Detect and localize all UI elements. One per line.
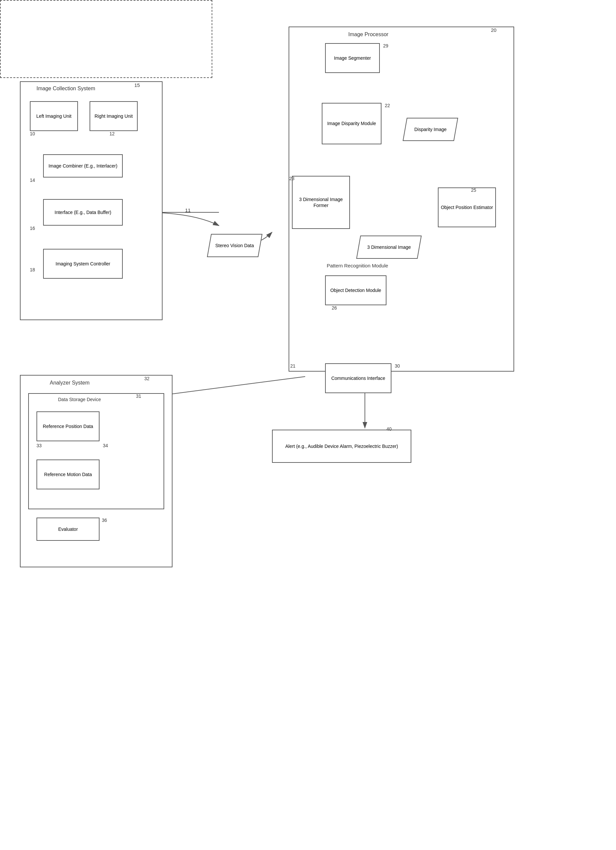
- reference-position-data-label: Reference Position Data: [43, 424, 93, 429]
- num-20: 20: [491, 27, 496, 33]
- num-25: 25: [471, 187, 476, 193]
- reference-position-data-box: Reference Position Data: [36, 412, 100, 441]
- image-processor-label: Image Processor: [348, 31, 389, 37]
- num-22: 22: [385, 103, 390, 108]
- communications-interface-label: Communications Interface: [331, 375, 386, 381]
- num-23: 23: [289, 176, 295, 181]
- object-detection-module-label: Object Detection Module: [330, 287, 381, 293]
- num-33: 33: [36, 443, 42, 448]
- three-d-image-former-label: 3 Dimensional Image Former: [295, 196, 347, 208]
- num-11: 11: [185, 207, 191, 213]
- image-segmenter-box: Image Segmenter: [325, 43, 380, 73]
- image-combiner-box: Image Combiner (E.g., Interlacer): [43, 154, 123, 178]
- reference-motion-data-box: Reference Motion Data: [36, 459, 100, 489]
- image-combiner-label: Image Combiner (E.g., Interlacer): [48, 163, 117, 169]
- evaluator-label: Evaluator: [58, 526, 78, 532]
- three-d-image-box: 3 Dimensional Image: [356, 236, 422, 259]
- communications-interface-box: Communications Interface: [325, 363, 392, 393]
- num-15: 15: [135, 82, 140, 88]
- num-18: 18: [30, 267, 35, 272]
- data-storage-device-box: [28, 393, 164, 509]
- analyzer-system-label: Analyzer System: [50, 380, 90, 386]
- interface-label: Interface (E.g., Data Buffer): [55, 210, 111, 215]
- three-d-image-former-box: 3 Dimensional Image Former: [292, 176, 350, 229]
- left-imaging-unit-label: Left Imaging Unit: [36, 113, 72, 119]
- num-31: 31: [136, 394, 141, 399]
- stereo-vision-data-box: Stereo Vision Data: [207, 234, 262, 257]
- num-26: 26: [332, 305, 337, 311]
- alert-label: Alert (e.g., Audible Device Alarm, Piezo…: [285, 443, 398, 449]
- data-storage-device-label: Data Storage Device: [58, 397, 101, 402]
- interface-box: Interface (E.g., Data Buffer): [43, 199, 123, 226]
- three-d-image-label: 3 Dimensional Image: [367, 244, 411, 250]
- imaging-system-controller-label: Imaging System Controller: [56, 261, 111, 267]
- num-29: 29: [383, 43, 389, 48]
- right-imaging-unit-box: Right Imaging Unit: [90, 101, 138, 131]
- num-16: 16: [30, 226, 35, 231]
- diagram-container: Image Collection System Left Imaging Uni…: [0, 0, 616, 850]
- disparity-image-label: Disparity Image: [414, 127, 447, 132]
- left-imaging-unit-box: Left Imaging Unit: [30, 101, 78, 131]
- num-40: 40: [386, 426, 392, 432]
- image-disparity-module-box: Image Disparity Module: [322, 103, 381, 144]
- stereo-vision-data-label: Stereo Vision Data: [215, 243, 254, 248]
- num-34: 34: [103, 443, 108, 448]
- svg-line-16: [153, 377, 305, 397]
- reference-motion-data-label: Reference Motion Data: [44, 471, 92, 477]
- image-disparity-module-label: Image Disparity Module: [327, 120, 376, 126]
- evaluator-box: Evaluator: [36, 518, 100, 541]
- pattern-recognition-module-label: Pattern Recognition Module: [327, 263, 388, 268]
- object-detection-module-box: Object Detection Module: [325, 275, 386, 305]
- num-36: 36: [102, 518, 107, 523]
- image-segmenter-label: Image Segmenter: [334, 55, 371, 61]
- num-14: 14: [30, 178, 35, 183]
- num-32: 32: [144, 376, 150, 381]
- num-30: 30: [395, 363, 400, 369]
- imaging-system-controller-box: Imaging System Controller: [43, 249, 123, 279]
- right-imaging-unit-label: Right Imaging Unit: [94, 113, 133, 119]
- object-position-estimator-box: Object Position Estimator: [438, 187, 496, 227]
- image-collection-system-label: Image Collection System: [36, 85, 95, 91]
- num-10: 10: [30, 131, 35, 136]
- disparity-image-box: Disparity Image: [403, 118, 458, 141]
- alert-box: Alert (e.g., Audible Device Alarm, Piezo…: [272, 429, 411, 463]
- object-position-estimator-label: Object Position Estimator: [441, 204, 493, 210]
- num-12: 12: [109, 131, 115, 136]
- num-21: 21: [290, 363, 296, 369]
- pattern-recognition-module-box: [0, 0, 212, 78]
